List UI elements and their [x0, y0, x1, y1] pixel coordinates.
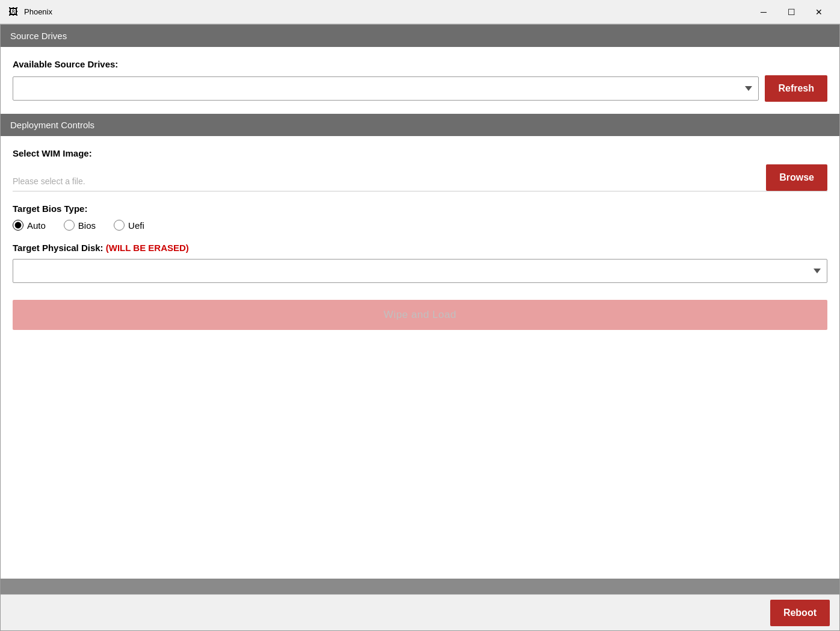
- target-disk-label-container: Target Physical Disk: (WILL BE ERASED): [13, 243, 827, 253]
- bios-type-section: Target Bios Type: Auto Bios Uefi: [13, 204, 827, 231]
- radio-label-bios[interactable]: Bios: [64, 220, 96, 231]
- footer: Reboot: [1, 594, 839, 630]
- target-disk-warning: (WILL BE ERASED): [106, 243, 189, 253]
- bios-type-label: Target Bios Type:: [13, 204, 827, 214]
- radio-auto-label: Auto: [27, 220, 46, 231]
- title-bar: 🖼 Phoenix ─ ☐ ✕: [0, 0, 840, 24]
- radio-auto[interactable]: [13, 220, 23, 231]
- window-content: Source Drives Available Source Drives: R…: [0, 24, 840, 631]
- deployment-controls-header: Deployment Controls: [1, 114, 839, 136]
- drive-select-row: Refresh: [13, 75, 827, 102]
- target-disk-label-text: Target Physical Disk:: [13, 243, 103, 253]
- window-controls: ─ ☐ ✕: [750, 2, 833, 22]
- bios-radio-group: Auto Bios Uefi: [13, 220, 827, 231]
- bottom-status-bar: [1, 579, 839, 594]
- available-drives-label: Available Source Drives:: [13, 59, 827, 69]
- target-disk-select[interactable]: [13, 259, 827, 283]
- radio-bios[interactable]: [64, 220, 75, 231]
- source-drives-content: Available Source Drives: Refresh: [1, 47, 839, 114]
- browse-button[interactable]: Browse: [766, 164, 827, 191]
- radio-uefi[interactable]: [114, 220, 125, 231]
- refresh-button[interactable]: Refresh: [765, 75, 827, 102]
- wim-select-row: Browse: [13, 164, 827, 191]
- radio-label-uefi[interactable]: Uefi: [114, 220, 144, 231]
- app-title: Phoenix: [24, 7, 750, 16]
- wim-file-input[interactable]: [13, 172, 766, 191]
- close-button[interactable]: ✕: [805, 2, 833, 22]
- wipe-and-load-button[interactable]: Wipe and Load: [13, 300, 827, 330]
- radio-uefi-label: Uefi: [128, 220, 144, 231]
- app-icon: 🖼: [7, 6, 19, 18]
- source-drive-select[interactable]: [13, 76, 759, 101]
- deployment-controls-content: Select WIM Image: Browse Target Bios Typ…: [1, 136, 839, 342]
- reboot-button[interactable]: Reboot: [770, 600, 830, 626]
- target-disk-section: Target Physical Disk: (WILL BE ERASED): [13, 243, 827, 291]
- radio-label-auto[interactable]: Auto: [13, 220, 46, 231]
- wim-image-label: Select WIM Image:: [13, 148, 827, 158]
- minimize-button[interactable]: ─: [750, 2, 777, 22]
- empty-space: [1, 342, 839, 579]
- maximize-button[interactable]: ☐: [777, 2, 805, 22]
- radio-bios-label: Bios: [78, 220, 96, 231]
- source-drives-header: Source Drives: [1, 25, 839, 47]
